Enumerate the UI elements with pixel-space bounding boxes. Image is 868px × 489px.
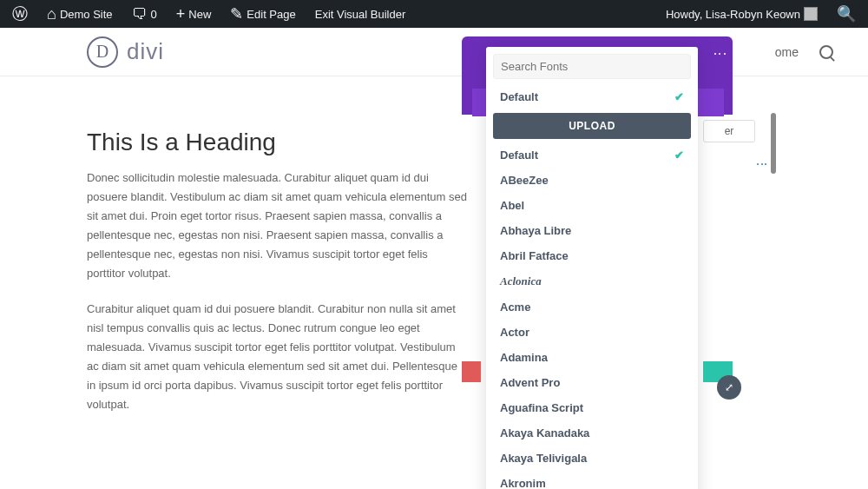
- panel-more-icon[interactable]: ⋮: [712, 47, 728, 57]
- comment-icon: 🗨: [132, 6, 148, 22]
- font-option-abhaya[interactable]: Abhaya Libre: [486, 218, 698, 243]
- exit-builder-label: Exit Visual Builder: [315, 8, 406, 21]
- font-option-akaya-t[interactable]: Akaya Telivigala: [486, 446, 698, 471]
- exit-builder-link[interactable]: Exit Visual Builder: [308, 0, 413, 28]
- font-option-actor[interactable]: Actor: [486, 320, 698, 345]
- font-label: Default: [500, 149, 538, 162]
- paragraph-1: Donec sollicitudin molestie malesuada. C…: [87, 169, 469, 284]
- font-label: Default: [500, 90, 538, 103]
- font-option-advent[interactable]: Advent Pro: [486, 370, 698, 395]
- site-link[interactable]: ⌂Demo Site: [40, 0, 120, 28]
- font-option-acme[interactable]: Acme: [486, 294, 698, 320]
- option-box[interactable]: er: [703, 120, 755, 142]
- comments-count: 0: [151, 8, 157, 21]
- search-icon: 🔍: [837, 6, 856, 22]
- site-name: Demo Site: [60, 8, 113, 21]
- font-option-aclonica[interactable]: Aclonica: [486, 268, 698, 294]
- expand-button[interactable]: ⤢: [717, 375, 741, 400]
- check-icon: ✔: [674, 90, 684, 103]
- logo-mark: D: [87, 36, 118, 68]
- font-option-default-2[interactable]: Default ✔: [486, 142, 698, 168]
- wp-search[interactable]: 🔍: [830, 0, 863, 28]
- font-dropdown: Default ✔ UPLOAD Default ✔ ABeeZee Abel …: [486, 47, 698, 489]
- font-option-akaya-k[interactable]: Akaya Kanadaka: [486, 420, 698, 446]
- comments-link[interactable]: 🗨0: [125, 0, 164, 28]
- wp-bar-right: Howdy, Lisa-Robyn Keown 🔍: [659, 0, 863, 28]
- paragraph-2: Curabitur aliquet quam id dui posuere bl…: [87, 300, 469, 415]
- nav-home[interactable]: ome: [775, 45, 799, 59]
- font-option-aguafina[interactable]: Aguafina Script: [486, 395, 698, 420]
- scrollbar[interactable]: [771, 113, 776, 174]
- font-search-wrap: [493, 54, 691, 79]
- font-option-default-1[interactable]: Default ✔: [486, 84, 698, 109]
- howdy-text: Howdy, Lisa-Robyn Keown: [666, 8, 800, 21]
- howdy-link[interactable]: Howdy, Lisa-Robyn Keown: [659, 0, 825, 28]
- dashboard-icon: ⌂: [47, 6, 56, 22]
- plus-icon: +: [176, 6, 186, 22]
- new-label: New: [188, 8, 211, 21]
- font-search-input[interactable]: [493, 54, 691, 79]
- avatar: [804, 7, 818, 21]
- wp-bar-left: ⓦ ⌂Demo Site 🗨0 +New ✎Edit Page Exit Vis…: [5, 0, 412, 28]
- upload-button[interactable]: UPLOAD: [493, 113, 691, 139]
- site-header: D divi ome: [0, 28, 868, 76]
- font-option-abel[interactable]: Abel: [486, 193, 698, 218]
- font-option-abril[interactable]: Abril Fatface: [486, 243, 698, 268]
- font-option-akronim[interactable]: Akronim: [486, 471, 698, 489]
- page-title: This Is a Heading: [87, 129, 469, 156]
- font-option-abeezee[interactable]: ABeeZee: [486, 168, 698, 193]
- expand-icon: ⤢: [725, 381, 733, 393]
- page-content: This Is a Heading Donec sollicitudin mol…: [0, 76, 556, 482]
- check-icon: ✔: [674, 149, 684, 162]
- wordpress-icon: ⓦ: [12, 6, 28, 22]
- primary-nav: ome: [775, 45, 833, 59]
- logo-text: divi: [127, 38, 164, 65]
- pencil-icon: ✎: [230, 6, 243, 22]
- edit-page-link[interactable]: ✎Edit Page: [223, 0, 302, 28]
- cancel-color-block[interactable]: [462, 361, 481, 382]
- wp-logo[interactable]: ⓦ: [5, 0, 35, 28]
- new-link[interactable]: +New: [169, 0, 219, 28]
- font-option-adamina[interactable]: Adamina: [486, 345, 698, 370]
- more-dots-icon[interactable]: ⋮: [755, 158, 769, 172]
- logo[interactable]: D divi: [87, 36, 164, 68]
- site-search-icon[interactable]: [819, 45, 833, 59]
- wp-admin-bar: ⓦ ⌂Demo Site 🗨0 +New ✎Edit Page Exit Vis…: [0, 0, 868, 28]
- edit-page-label: Edit Page: [247, 8, 295, 21]
